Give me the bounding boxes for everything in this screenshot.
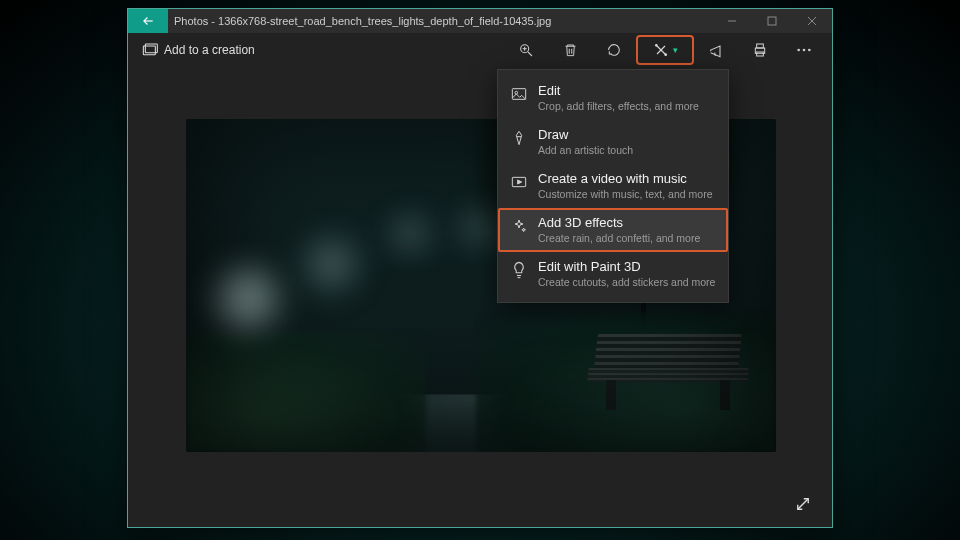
- menu-item-create-a-video-with-music[interactable]: Create a video with musicCustomize with …: [498, 164, 728, 208]
- fullscreen-icon: [794, 495, 812, 513]
- image-icon: [510, 85, 528, 103]
- svg-line-21: [798, 499, 809, 510]
- svg-point-14: [664, 54, 666, 56]
- svg-point-20: [808, 49, 811, 52]
- back-button[interactable]: [128, 9, 168, 33]
- menu-item-title: Draw: [538, 127, 633, 143]
- delete-button[interactable]: [548, 35, 592, 65]
- close-button[interactable]: [792, 9, 832, 33]
- menu-item-subtitle: Create rain, add confetti, and more: [538, 231, 700, 245]
- video-icon: [510, 173, 528, 191]
- svg-point-18: [797, 49, 800, 52]
- arrow-left-icon: [141, 14, 155, 28]
- menu-item-subtitle: Create cutouts, add stickers and more: [538, 275, 715, 289]
- svg-point-13: [655, 45, 657, 47]
- print-icon: [752, 42, 768, 58]
- minimize-button[interactable]: [712, 9, 752, 33]
- svg-line-8: [528, 52, 532, 56]
- menu-item-title: Create a video with music: [538, 171, 712, 187]
- add-to-creation-button[interactable]: Add to a creation: [134, 39, 263, 61]
- zoom-icon: [518, 42, 534, 58]
- menu-item-title: Edit with Paint 3D: [538, 259, 715, 275]
- share-icon: [708, 42, 724, 58]
- menu-item-subtitle: Crop, add filters, effects, and more: [538, 99, 699, 113]
- menu-item-draw[interactable]: DrawAdd an artistic touch: [498, 120, 728, 164]
- more-button[interactable]: [782, 35, 826, 65]
- chevron-down-icon: ▾: [673, 45, 678, 55]
- menu-item-title: Add 3D effects: [538, 215, 700, 231]
- window-title: Photos - 1366x768-street_road_bench_tree…: [174, 15, 712, 27]
- share-button[interactable]: [694, 35, 738, 65]
- more-icon: [796, 48, 812, 52]
- svg-rect-2: [768, 17, 776, 25]
- bulb-icon: [510, 261, 528, 279]
- titlebar: Photos - 1366x768-street_road_bench_tree…: [128, 9, 832, 33]
- add-to-creation-label: Add to a creation: [164, 43, 255, 57]
- menu-item-title: Edit: [538, 83, 699, 99]
- fullscreen-button[interactable]: [794, 495, 812, 513]
- title-app: Photos: [174, 15, 208, 27]
- photos-app-window: Photos - 1366x768-street_road_bench_tree…: [127, 8, 833, 528]
- creation-icon: [142, 43, 158, 57]
- svg-marker-26: [518, 180, 522, 184]
- svg-rect-17: [757, 52, 764, 56]
- zoom-button[interactable]: [504, 35, 548, 65]
- menu-item-add-3d-effects[interactable]: Add 3D effectsCreate rain, add confetti,…: [498, 208, 728, 252]
- rotate-icon: [606, 42, 622, 58]
- menu-item-edit[interactable]: EditCrop, add filters, effects, and more: [498, 76, 728, 120]
- maximize-button[interactable]: [752, 9, 792, 33]
- edit-create-button[interactable]: ▾: [636, 35, 694, 65]
- trash-icon: [563, 42, 578, 58]
- rotate-button[interactable]: [592, 35, 636, 65]
- menu-item-edit-with-paint-3d[interactable]: Edit with Paint 3DCreate cutouts, add st…: [498, 252, 728, 296]
- title-file: 1366x768-street_road_bench_trees_lights_…: [218, 15, 551, 27]
- toolbar: Add to a creation ▾: [128, 33, 832, 67]
- menu-item-subtitle: Add an artistic touch: [538, 143, 633, 157]
- svg-rect-16: [757, 44, 764, 48]
- print-button[interactable]: [738, 35, 782, 65]
- sparkle-icon: [510, 217, 528, 235]
- menu-item-subtitle: Customize with music, text, and more: [538, 187, 712, 201]
- pen-icon: [510, 129, 528, 147]
- magic-icon: [653, 42, 669, 58]
- edit-create-menu: EditCrop, add filters, effects, and more…: [497, 69, 729, 303]
- svg-point-19: [803, 49, 806, 52]
